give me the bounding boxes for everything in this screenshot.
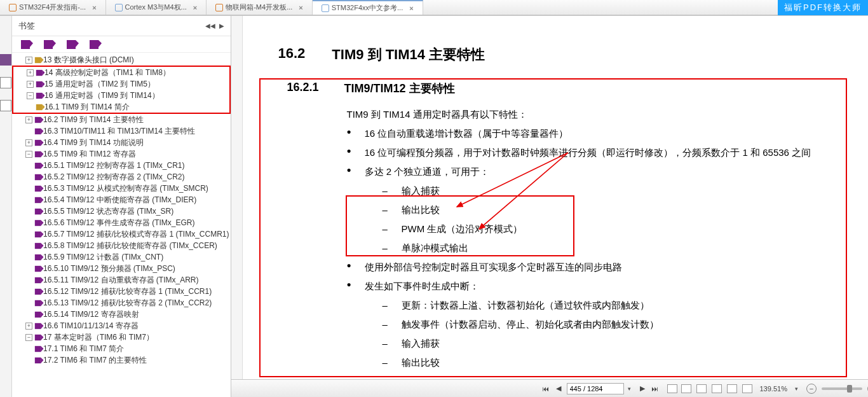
sidebar-header-tools[interactable]: ◀◀ ▶ [205,22,224,29]
tree-label: 16.5.2 TIM9/12 控制寄存器 2 (TIMx_CR2) [43,172,185,183]
tree-node[interactable]: +13 数字摄像头接口 (DCMI) [12,54,231,66]
tree-node[interactable]: 16.5.13 TIM9/12 捕获/比较寄存器 2 (TIMx_CCR2) [12,297,231,309]
tree-node[interactable]: 16.5.14 TIM9/12 寄存器映射 [12,309,231,320]
tool-icon[interactable] [681,384,691,393]
bookmark-icon [35,357,41,363]
view-single-icon[interactable] [696,384,707,393]
tree-node[interactable]: 16.5.10 TIM9/12 预分频器 (TIMx_PSC) [12,263,231,274]
last-page-icon[interactable]: ⏭ [651,384,660,393]
prev-page-icon[interactable]: ◀ [554,384,563,393]
tree-node[interactable]: 16.5.3 TIM9/12 从模式控制寄存器 (TIMx_SMCR) [12,183,231,194]
view-facing-icon[interactable] [727,384,737,393]
zoom-slider-knob[interactable] [847,385,852,393]
tab-label: STM32F4xx中文参考... [332,3,403,13]
flag-icon[interactable] [67,40,76,49]
doc-scroll[interactable]: 16.2 TIM9 到 TIM14 主要特性 16.2.1 TIM9/TIM12… [243,16,869,379]
bookmark-icon [35,174,41,179]
dash-item: 输入捕获 [383,334,836,353]
tree-node[interactable]: 17.1 TIM6 和 TIM7 简介 [12,343,231,354]
page-dropdown-icon[interactable]: ▾ [628,386,634,392]
bullet-item: 使用外部信号控制定时器且可实现多个定时器互连的同步电路 [347,258,836,277]
tree-node[interactable]: 16.5.8 TIM9/12 捕获/比较使能寄存器 (TIMx_CCER) [12,240,231,251]
bookmark-icon [35,323,41,328]
zoom-slider[interactable] [822,387,862,390]
bullet-item: 发生如下事件时生成中断： 更新：计数器上溢、计数器初始化（通过软件或内部触发） … [347,277,836,372]
document-tab[interactable]: STM32F4开发指南-...× [0,0,106,15]
tree-label: 16.1 TIM9 到 TIM14 简介 [44,102,130,113]
tree-node[interactable]: +15 通用定时器（TIM2 到 TIM5） [13,78,229,90]
tree-expander-icon[interactable]: + [27,69,34,76]
tree-expander-icon[interactable]: + [25,139,32,146]
tree-label: 17.2 TIM6 和 TIM7 的主要特性 [43,355,147,366]
bookmark-icon [35,242,41,248]
tree-expander-icon[interactable]: − [25,334,32,341]
tool-icon[interactable] [667,384,677,393]
flag-icon[interactable] [21,40,30,49]
page-navigator: ⏮ ◀ ▾ ▶ ⏭ [541,383,691,394]
first-page-icon[interactable]: ⏮ [541,384,550,393]
view-continuous-icon[interactable] [712,384,722,393]
bullet-item: 16 位可编程预分频器，用于对计数器时钟频率进行分频（即运行时修改），分频系数介… [347,143,836,162]
close-icon[interactable]: × [299,4,302,11]
zoom-dropdown-icon[interactable]: ▾ [795,386,801,392]
tree-node[interactable]: −16 通用定时器（TIM9 到 TIM14） [13,90,229,101]
document-tab[interactable]: 物联网箱-M4开发板...× [207,0,313,15]
promo-banner[interactable]: 福昕PDF转换大师 [778,0,868,15]
tree-label: 17.1 TIM6 和 TIM7 简介 [43,344,124,354]
comment-tool-icon[interactable] [0,100,11,111]
tree-node[interactable]: +14 高级控制定时器（TIM1 和 TIM8） [13,67,229,78]
heading-text: TIM9 到 TIM14 主要特性 [332,45,485,64]
tree-node[interactable]: 16.5.9 TIM9/12 计数器 (TIMx_CNT) [12,251,231,263]
tree-node[interactable]: 16.3 TIM10/TIM11 和 TIM13/TIM14 主要特性 [12,125,231,137]
flag-icon[interactable] [90,40,98,49]
document-tab[interactable]: Cortex M3与M4权...× [106,0,207,15]
tree-expander-icon[interactable]: + [25,116,32,123]
tree-node[interactable]: −16.5 TIM9 和 TIM12 寄存器 [12,148,231,160]
tree-expander-icon[interactable]: − [25,151,32,158]
close-icon[interactable]: × [409,4,413,12]
heading-16-2: 16.2 TIM9 到 TIM14 主要特性 [278,45,836,64]
next-page-icon[interactable]: ▶ [638,384,647,393]
flag-icon[interactable] [44,40,53,49]
bookmark-icon [35,219,41,225]
page-thumb-icon[interactable] [0,77,11,88]
tree-node[interactable]: 16.5.12 TIM9/12 捕获/比较寄存器 1 (TIMx_CCR1) [12,286,231,297]
expand-icon[interactable]: ▶ [219,22,224,29]
tree-node[interactable]: 16.5.4 TIM9/12 中断使能寄存器 (TIMx_DIER) [12,194,231,205]
tree-label: 16.5.8 TIM9/12 捕获/比较使能寄存器 (TIMx_CCER) [43,240,217,251]
tree-label: 16.5.9 TIM9/12 计数器 (TIMx_CNT) [43,252,163,263]
dash-item: 更新：计数器上溢、计数器初始化（通过软件或内部触发） [383,296,836,315]
zoom-out-icon[interactable]: − [806,384,817,394]
tab-label: Cortex M3与M4权... [125,3,187,12]
tree-node[interactable]: 16.5.11 TIM9/12 自动重载寄存器 (TIMx_ARR) [12,274,231,286]
close-icon[interactable]: × [92,4,96,11]
tree-label: 16.5.12 TIM9/12 捕获/比较寄存器 1 (TIMx_CCR1) [43,286,212,297]
bookmark-icon [35,151,41,157]
tree-node[interactable]: 17.2 TIM6 和 TIM7 的主要特性 [12,354,231,366]
tree-node[interactable]: +16.6 TIM10/11/13/14 寄存器 [12,320,231,331]
tree-node[interactable]: −17 基本定时器（TIM6 和 TIM7） [12,331,231,343]
tree-expander-icon[interactable]: − [27,92,34,99]
tree-node[interactable]: 16.5.7 TIM9/12 捕获/比较模式寄存器 1 (TIMx_CCMR1) [12,228,231,240]
tree-expander-icon[interactable]: + [25,323,32,330]
bookmark-icon [36,81,42,87]
view-tools: 139.51% ▾ − + [696,384,869,394]
tree-node[interactable]: +16.2 TIM9 到 TIM14 主要特性 [12,114,231,125]
tree-node[interactable]: 16.5.5 TIM9/12 状态寄存器 (TIMx_SR) [12,205,231,217]
bookmark-tool-icon[interactable] [0,54,11,66]
tree-node[interactable]: 16.5.6 TIM9/12 事件生成寄存器 (TIMx_EGR) [12,217,231,228]
view-cover-icon[interactable] [742,384,752,393]
page-input[interactable] [567,383,624,394]
tree-node[interactable]: +16.4 TIM9 到 TIM14 功能说明 [12,137,231,148]
bookmark-sidebar: 书签 ◀◀ ▶ +13 数字摄像头接口 (DCMI)+14 高级控制定时器（TI… [12,16,231,397]
tree-node[interactable]: 16.5.2 TIM9/12 控制寄存器 2 (TIMx_CR2) [12,171,231,183]
tree-expander-icon[interactable]: + [25,57,32,64]
close-icon[interactable]: × [193,4,197,11]
collapse-left-icon[interactable]: ◀◀ [205,22,215,29]
tree-expander-icon[interactable]: + [27,81,34,88]
bullet-item: 16 位自动重载递增计数器（属于中等容量器件） [347,124,836,143]
document-tab[interactable]: STM32F4xx中文参考...× [313,0,423,15]
tree-node[interactable]: 16.5.1 TIM9/12 控制寄存器 1 (TIMx_CR1) [12,160,231,171]
tree-node[interactable]: 16.1 TIM9 到 TIM14 简介 [13,101,229,113]
bookmark-icon [35,208,41,214]
